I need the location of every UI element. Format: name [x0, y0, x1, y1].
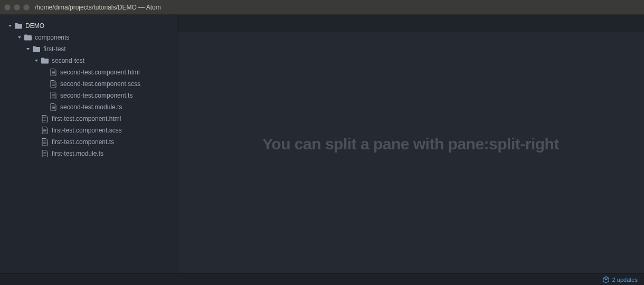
tree-folder-first-test[interactable]: first-test	[0, 43, 177, 55]
editor-pane[interactable]: You can split a pane with pane:split-rig…	[177, 15, 644, 273]
tree-file[interactable]: second-test.component.html	[0, 66, 177, 78]
tree-label: first-test.component.scss	[52, 127, 122, 134]
chevron-down-icon	[17, 35, 22, 40]
file-icon	[41, 138, 49, 146]
tree-label: second-test.component.html	[60, 69, 140, 76]
tree-label: second-test.module.ts	[60, 103, 122, 111]
titlebar: /home/dima/projects/tutorials/DEMO — Ato…	[0, 0, 644, 15]
tree-file[interactable]: second-test.component.scss	[0, 78, 177, 90]
tree-file[interactable]: second-test.component.ts	[0, 90, 177, 101]
statusbar: 2 updates	[0, 273, 644, 285]
file-icon	[50, 69, 57, 76]
tree-file[interactable]: first-test.component.html	[0, 113, 177, 125]
folder-icon	[41, 57, 49, 64]
tree-file[interactable]: second-test.module.ts	[0, 101, 177, 113]
chevron-down-icon	[7, 23, 13, 28]
tree-label: first-test.component.ts	[52, 138, 114, 146]
package-icon	[602, 276, 610, 283]
tree-label: components	[35, 34, 69, 41]
file-icon	[41, 127, 49, 134]
close-window-button[interactable]	[4, 4, 11, 11]
empty-pane-hint: You can split a pane with pane:split-rig…	[262, 135, 559, 153]
file-icon	[41, 115, 49, 122]
file-icon	[41, 150, 49, 157]
file-icon	[50, 92, 57, 99]
tree-label: DEMO	[25, 22, 44, 30]
tree-label: first-test	[43, 45, 66, 53]
folder-icon	[24, 34, 32, 41]
folder-icon	[33, 45, 40, 53]
content-area: DEMO components first-test	[0, 15, 644, 273]
updates-indicator[interactable]: 2 updates	[602, 276, 638, 283]
file-tree-sidebar[interactable]: DEMO components first-test	[0, 15, 177, 273]
file-icon	[50, 80, 57, 88]
minimize-window-button[interactable]	[14, 4, 20, 11]
tree-file[interactable]: first-test.component.ts	[0, 136, 177, 148]
chevron-down-icon	[34, 58, 39, 63]
maximize-window-button[interactable]	[23, 4, 30, 11]
tree-folder-second-test[interactable]: second-test	[0, 55, 177, 66]
tree-label: first-test.component.html	[52, 115, 121, 122]
tree-label: second-test.component.ts	[60, 92, 132, 99]
updates-label: 2 updates	[612, 277, 638, 283]
tree-folder-root[interactable]: DEMO	[0, 20, 177, 32]
folder-icon	[15, 22, 22, 30]
window-controls	[4, 4, 30, 11]
tree-file[interactable]: first-test.module.ts	[0, 148, 177, 159]
chevron-down-icon	[25, 46, 31, 52]
window-title: /home/dima/projects/tutorials/DEMO — Ato…	[35, 4, 161, 11]
tree-label: second-test.component.scss	[60, 80, 140, 88]
tree-file[interactable]: first-test.component.scss	[0, 125, 177, 136]
tree-folder-components[interactable]: components	[0, 32, 177, 43]
tree-label: second-test	[52, 57, 84, 64]
file-icon	[50, 103, 57, 111]
tree-label: first-test.module.ts	[52, 150, 103, 157]
